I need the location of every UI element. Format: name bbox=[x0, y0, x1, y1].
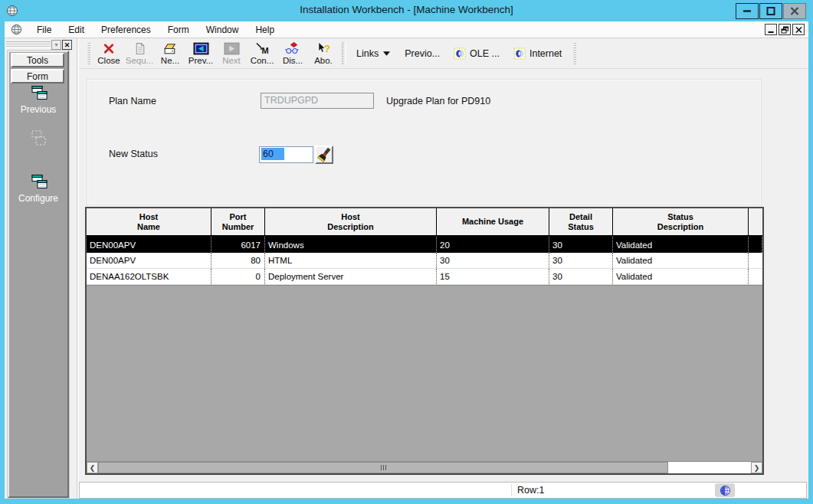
grid-cell: 15 bbox=[437, 269, 549, 284]
toolbar-link-previo[interactable]: Previo... bbox=[398, 42, 447, 65]
grid-cell bbox=[749, 237, 762, 253]
menu-preferences[interactable]: Preferences bbox=[93, 23, 159, 37]
toolbar-buttons: CloseSequ...Ne...Prev...NextMCon...Dis..… bbox=[93, 40, 339, 67]
grid-cell: 20 bbox=[437, 237, 549, 253]
grid-cell: 30 bbox=[549, 269, 613, 284]
grid-cell: 80 bbox=[211, 253, 265, 268]
chevron-right-icon: ❯ bbox=[754, 464, 760, 472]
toolbar-grip[interactable] bbox=[573, 43, 576, 64]
toolbar-link-label: OLE ... bbox=[470, 48, 500, 59]
mdi-globe-icon bbox=[11, 24, 22, 35]
toolbar-separator[interactable] bbox=[342, 42, 346, 65]
fastpath-dropdown-button[interactable]: ▾ bbox=[51, 40, 61, 50]
toolbar-button-label: Prev... bbox=[188, 56, 213, 65]
ole-icon bbox=[454, 47, 466, 60]
toolbar-link-links[interactable]: Links bbox=[349, 42, 398, 65]
sidebar-item-label: Previous bbox=[9, 104, 67, 115]
toolbar-button-label: Next bbox=[222, 56, 241, 65]
flashlight-icon bbox=[317, 147, 332, 162]
sidebar-tab-tools[interactable]: Tools bbox=[11, 53, 64, 67]
menu-edit[interactable]: Edit bbox=[60, 23, 93, 37]
globe-icon bbox=[720, 485, 731, 496]
document-icon bbox=[133, 42, 146, 55]
toolbar-link-label: Previo... bbox=[405, 48, 440, 59]
grid-cell: DEN00APV bbox=[87, 237, 211, 253]
prev-arrow-icon bbox=[193, 42, 209, 55]
visual-assist-button[interactable] bbox=[315, 146, 333, 164]
grid-cell bbox=[749, 253, 762, 268]
chevron-left-icon: ❮ bbox=[90, 464, 96, 472]
pen-m-icon: M bbox=[254, 42, 270, 55]
menu-bar: FileEditPreferencesFormWindowHelp bbox=[5, 21, 808, 38]
sidebar-item-configure[interactable]: Configure bbox=[9, 174, 67, 204]
toolbar-button-close[interactable]: Close bbox=[93, 40, 124, 67]
grid-column-header[interactable] bbox=[749, 208, 762, 235]
toolbar-link-ole[interactable]: OLE ... bbox=[447, 42, 506, 65]
scroll-left-button[interactable]: ❮ bbox=[87, 462, 98, 473]
grid-column-header[interactable]: DetailStatus bbox=[549, 208, 613, 235]
menu-help[interactable]: Help bbox=[247, 23, 283, 37]
fastpath-close-button[interactable]: ✕ bbox=[62, 40, 72, 50]
grid-row[interactable]: DENAA162OLTSBK0Deployment Server1530Vali… bbox=[87, 269, 762, 285]
menu-window[interactable]: Window bbox=[198, 23, 248, 37]
maximize-button[interactable] bbox=[759, 3, 782, 19]
open-case-icon bbox=[162, 42, 179, 55]
mdi-minimize-button[interactable] bbox=[765, 24, 777, 35]
form-panel: Plan Name TRDUPGPD Upgrade Plan for PD91… bbox=[87, 79, 762, 205]
toolbar-grip[interactable] bbox=[87, 43, 90, 64]
scrollbar-track[interactable] bbox=[668, 462, 751, 473]
toolbar-button-abo[interactable]: ?Abo. bbox=[308, 40, 339, 67]
grid-cell: DENAA162OLTSBK bbox=[87, 269, 211, 284]
sidebar-item-label: Configure bbox=[9, 193, 67, 204]
mdi-close-icon bbox=[795, 26, 803, 34]
grid-column-header[interactable]: Machine Usage bbox=[437, 208, 549, 235]
grid-cell: Validated bbox=[613, 269, 749, 284]
grid-cell: DEN00APV bbox=[87, 253, 211, 268]
menu-form[interactable]: Form bbox=[159, 23, 198, 37]
scrollbar-thumb[interactable] bbox=[98, 462, 668, 473]
mdi-window-controls bbox=[765, 24, 805, 35]
scroll-right-button[interactable]: ❯ bbox=[751, 462, 762, 473]
plan-name-field[interactable]: TRDUPGPD bbox=[261, 93, 374, 109]
grid-header-row: HostNamePortNumberHostDescriptionMachine… bbox=[87, 208, 762, 237]
status-globe-button[interactable] bbox=[715, 483, 735, 497]
plan-name-label: Plan Name bbox=[109, 96, 156, 106]
toolbar-button-label: Abo. bbox=[314, 56, 333, 65]
grid-column-header[interactable]: HostName bbox=[87, 208, 211, 235]
minimize-button[interactable] bbox=[736, 3, 759, 19]
toolbar-button-label: Ne... bbox=[161, 56, 179, 65]
toolbar-link-buttons: LinksPrevio...OLE ...Internet bbox=[349, 42, 569, 65]
next-arrow-icon bbox=[224, 42, 240, 55]
toolbar: CloseSequ...Ne...Prev...NextMCon...Dis..… bbox=[79, 38, 808, 69]
toolbar-button-ne[interactable]: Ne... bbox=[155, 40, 185, 67]
glasses-diamond-icon bbox=[285, 41, 300, 55]
close-window-button[interactable] bbox=[783, 3, 806, 19]
sidebar-item-previous[interactable]: Previous bbox=[9, 85, 67, 115]
divider bbox=[77, 38, 79, 499]
grid-cell bbox=[749, 269, 762, 284]
fastpath-combo[interactable] bbox=[6, 41, 51, 48]
status-divider bbox=[511, 484, 512, 496]
toolbar-button-next[interactable]: Next bbox=[216, 40, 247, 67]
help-cursor-icon: ? bbox=[316, 41, 331, 55]
toolbar-link-label: Links bbox=[356, 48, 379, 59]
toolbar-button-dis[interactable]: Dis... bbox=[277, 40, 308, 67]
sidebar-tab-form[interactable]: Form bbox=[11, 69, 64, 83]
menu-file[interactable]: File bbox=[28, 23, 60, 37]
grid-row[interactable]: DEN00APV6017Windows2030Validated bbox=[87, 237, 762, 253]
toolbar-link-internet[interactable]: Internet bbox=[506, 42, 569, 65]
toolbar-button-prev[interactable]: Prev... bbox=[185, 40, 216, 67]
internet-icon bbox=[513, 47, 526, 60]
toolbar-button-con[interactable]: MCon... bbox=[247, 40, 277, 67]
mdi-close-button[interactable] bbox=[792, 24, 805, 35]
plan-description: Upgrade Plan for PD910 bbox=[386, 96, 490, 106]
grid-column-header[interactable]: HostDescription bbox=[265, 208, 437, 235]
grid-column-header[interactable]: StatusDescription bbox=[613, 208, 749, 235]
grid-row[interactable]: DEN00APV80HTML3030Validated bbox=[87, 253, 762, 269]
toolbar-button-sequ[interactable]: Sequ... bbox=[124, 40, 155, 67]
grid-column-header[interactable]: PortNumber bbox=[211, 208, 265, 235]
new-status-field[interactable]: 60 bbox=[259, 146, 313, 163]
svg-text:?: ? bbox=[324, 43, 330, 54]
mdi-restore-button[interactable] bbox=[779, 24, 791, 35]
window-controls bbox=[736, 3, 806, 19]
